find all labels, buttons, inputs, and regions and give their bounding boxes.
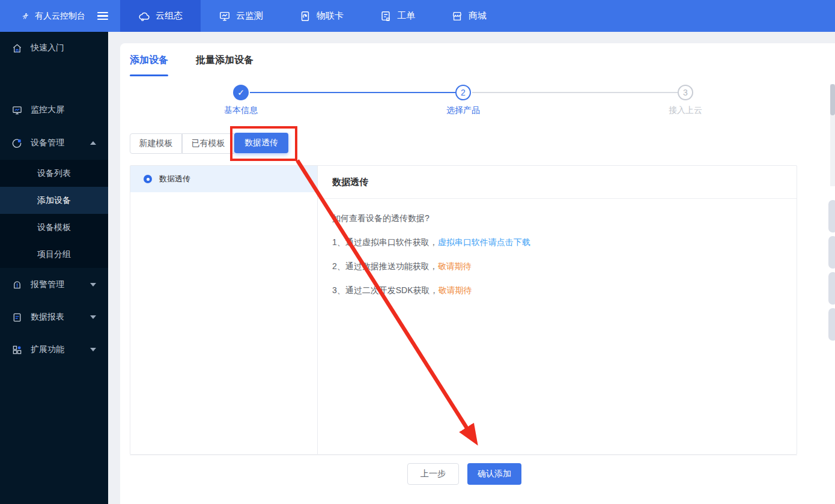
monitor-chart-icon [219, 10, 231, 22]
panel-line-1: 1、通过虚拟串口软件获取，虚拟串口软件请点击下载 [332, 237, 782, 248]
footer-divider [130, 455, 797, 455]
scrollbar-thumb[interactable] [830, 84, 835, 115]
sidebar-item-device-list[interactable]: 设备列表 [0, 160, 108, 187]
step-label-connect-cloud: 接入上云 [669, 105, 702, 116]
sidebar-item-big-screen[interactable]: 监控大屏 [0, 98, 108, 122]
sidebar-item-label: 数据报表 [31, 312, 64, 323]
sidebar-item-label: 报警管理 [31, 279, 64, 290]
sim-card-icon [299, 10, 311, 22]
brand-title: 有人云控制台 [35, 11, 85, 22]
sidebar-item-label: 设备管理 [31, 138, 64, 148]
nav-items: 云组态 云监测 物联卡 工单 [120, 0, 505, 32]
page-tabs: 添加设备 批量添加设备 [130, 54, 254, 76]
chevron-down-icon [90, 348, 96, 351]
coming-soon-label: 敬请期待 [439, 285, 472, 295]
dashboard-screen-icon [12, 105, 22, 115]
floating-panel-button[interactable] [828, 236, 835, 269]
nav-item-work-order[interactable]: 工单 [362, 0, 433, 32]
panel-line-3: 3、通过二次开发SDK获取，敬请期待 [332, 285, 782, 296]
step-label-select-product: 选择产品 [446, 105, 480, 116]
work-order-icon [380, 10, 392, 22]
sidebar-item-label: 监控大屏 [31, 105, 64, 115]
chevron-down-icon [90, 283, 96, 287]
sidebar-item-alarm-mgmt[interactable]: 报警管理 [0, 273, 108, 297]
panel-question: 如何查看设备的透传数据? [332, 213, 782, 224]
check-icon: ✓ [237, 88, 244, 97]
sidebar-item-label: 设备模板 [37, 222, 71, 233]
alarm-bell-icon [12, 280, 22, 290]
nav-item-cloud-monitor[interactable]: 云监测 [201, 0, 281, 32]
confirm-add-button[interactable]: 确认添加 [467, 463, 521, 485]
template-button-existing[interactable]: 已有模板 [182, 133, 234, 154]
nav-item-mall[interactable]: 商城 [433, 0, 505, 32]
scrollbar-track [830, 84, 835, 186]
sidebar: 快速入门 监控大屏 设备管理 设备列表 添加设备 设备模板 项目分组 [0, 32, 108, 504]
stepper: ✓ 2 3 基本信息 选择产品 接入上云 [120, 85, 835, 121]
template-button-new[interactable]: 新建模板 [130, 133, 182, 154]
extensions-grid-icon [12, 345, 22, 355]
floating-panel-button[interactable] [828, 200, 835, 232]
sidebar-item-add-device[interactable]: 添加设备 [0, 187, 108, 214]
step-3-connect-cloud: 3 [678, 85, 693, 100]
cloud-icon [138, 10, 150, 22]
sidebar-item-device-mgmt[interactable]: 设备管理 [0, 131, 108, 155]
step-connector-2-3 [472, 92, 679, 93]
option-label: 数据透传 [159, 174, 190, 184]
nav-item-label: 云组态 [156, 10, 183, 22]
sidebar-item-extensions[interactable]: 扩展功能 [0, 338, 108, 362]
template-button-passthrough[interactable]: 数据透传 [234, 133, 288, 153]
sidebar-item-label: 添加设备 [37, 195, 71, 206]
panel-title: 数据透传 [318, 166, 797, 199]
tab-batch-add-device[interactable]: 批量添加设备 [196, 54, 254, 76]
sidebar-item-label: 设备列表 [37, 168, 71, 179]
panel-option-list: 数据透传 [130, 166, 318, 454]
panel-detail: 数据透传 如何查看设备的透传数据? 1、通过虚拟串口软件获取，虚拟串口软件请点击… [318, 166, 797, 454]
previous-step-button[interactable]: 上一步 [407, 463, 459, 485]
home-icon [12, 43, 22, 53]
sidebar-item-label: 快速入门 [31, 43, 64, 53]
top-navigation-bar: 有人云控制台 云组态 云监测 物联卡 [0, 0, 835, 32]
line-text: 1、通过虚拟串口软件获取， [332, 237, 438, 247]
floating-panel-button[interactable] [828, 272, 835, 305]
sidebar-item-quick-start[interactable]: 快速入门 [0, 36, 108, 60]
sidebar-item-label: 项目分组 [37, 249, 71, 260]
hamburger-menu-icon[interactable] [97, 12, 108, 20]
radio-selected-icon[interactable] [144, 175, 152, 183]
panel-line-2: 2、通过数据推送功能获取，敬请期待 [332, 261, 782, 272]
step-connector-1-2 [250, 92, 457, 93]
nav-item-label: 工单 [397, 10, 415, 22]
main-content-card: 添加设备 批量添加设备 ✓ 2 3 基本信息 选择产品 接入上云 新建模板 已有… [120, 43, 835, 504]
option-data-passthrough[interactable]: 数据透传 [130, 166, 317, 192]
nav-item-label: 物联卡 [317, 10, 344, 22]
floating-panel-button[interactable] [828, 308, 835, 341]
sidebar-item-project-group[interactable]: 项目分组 [0, 241, 108, 268]
step-number: 2 [461, 88, 466, 97]
nav-item-cloud-scada[interactable]: 云组态 [120, 0, 201, 32]
nav-item-label: 商城 [469, 10, 487, 22]
step-2-select-product: 2 [455, 85, 471, 100]
sidebar-item-data-report[interactable]: 数据报表 [0, 305, 108, 329]
coming-soon-label: 敬请期待 [438, 261, 472, 271]
report-document-icon [12, 312, 22, 323]
step-1-basic-info: ✓ [233, 85, 249, 100]
running-person-logo-icon [22, 8, 29, 24]
download-link[interactable]: 虚拟串口软件请点击下载 [438, 237, 530, 247]
nav-item-label: 云监测 [236, 10, 263, 22]
nav-item-iot-card[interactable]: 物联卡 [281, 0, 362, 32]
line-text: 3、通过二次开发SDK获取， [332, 285, 439, 295]
brand: 有人云控制台 [0, 0, 108, 32]
chevron-down-icon [90, 315, 96, 319]
device-mgmt-submenu: 设备列表 添加设备 设备模板 项目分组 [0, 160, 108, 268]
tab-add-device[interactable]: 添加设备 [130, 54, 168, 76]
sidebar-item-device-template[interactable]: 设备模板 [0, 214, 108, 241]
device-pie-icon [12, 138, 22, 148]
passthrough-panel: 数据透传 数据透传 如何查看设备的透传数据? 1、通过虚拟串口软件获取，虚拟串口… [130, 165, 797, 455]
line-text: 2、通过数据推送功能获取， [332, 261, 438, 271]
chevron-up-icon [90, 141, 96, 145]
step-number: 3 [683, 88, 688, 97]
sidebar-item-label: 扩展功能 [31, 344, 64, 355]
step-label-basic-info: 基本信息 [224, 105, 258, 116]
storefront-icon [451, 10, 463, 22]
panel-body: 如何查看设备的透传数据? 1、通过虚拟串口软件获取，虚拟串口软件请点击下载 2、… [318, 199, 797, 296]
